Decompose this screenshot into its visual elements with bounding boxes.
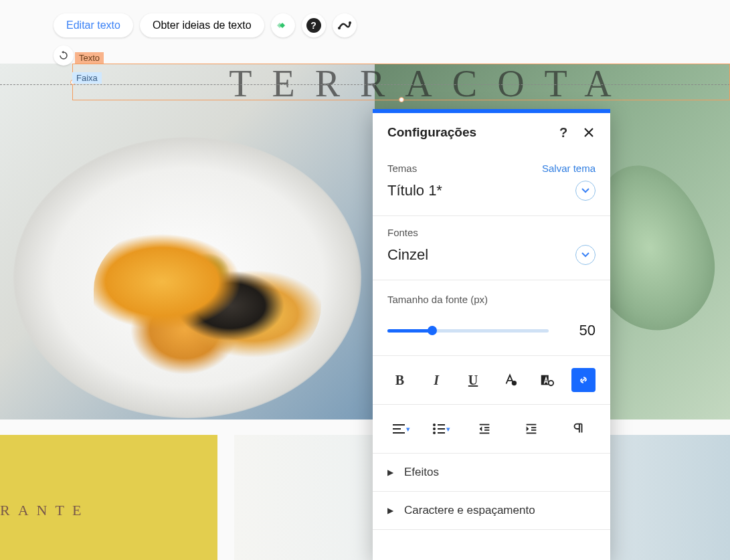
link-button[interactable] bbox=[571, 368, 596, 392]
animation-icon-button[interactable] bbox=[271, 13, 295, 37]
undo-button[interactable] bbox=[54, 45, 74, 66]
get-text-ideas-button[interactable]: Obter ideias de texto bbox=[140, 13, 264, 37]
link-icon bbox=[576, 373, 591, 387]
svg-point-0 bbox=[338, 27, 341, 29]
hero-image-left bbox=[0, 64, 375, 419]
rtl-icon bbox=[571, 422, 585, 436]
theme-value: Título 1* bbox=[387, 182, 442, 199]
themes-label: Temas bbox=[387, 163, 417, 174]
bottom-yellow-block: RANTE bbox=[0, 435, 217, 560]
char-spacing-accordion[interactable]: ▶ Caractere e espaçamento bbox=[373, 492, 610, 530]
save-theme-link[interactable]: Salvar tema bbox=[542, 163, 596, 174]
effects-label: Efeitos bbox=[404, 466, 439, 479]
undo-icon bbox=[58, 50, 69, 61]
char-spacing-label: Caractere e espaçamento bbox=[404, 504, 535, 517]
svg-point-1 bbox=[349, 21, 351, 24]
chevron-down-icon[interactable] bbox=[575, 245, 596, 265]
element-label-faixa[interactable]: Faixa bbox=[72, 72, 102, 84]
bullet-list-icon bbox=[433, 424, 445, 434]
svg-point-2 bbox=[512, 381, 517, 385]
text-edit-toolbar: Editar texto Obter ideias de texto ? bbox=[54, 13, 357, 37]
effects-accordion[interactable]: ▶ Efeitos bbox=[373, 454, 610, 492]
highlight-icon bbox=[539, 373, 554, 387]
chevron-down-icon[interactable] bbox=[575, 181, 596, 201]
svg-point-4 bbox=[548, 381, 553, 385]
text-selection-outline[interactable] bbox=[72, 64, 730, 100]
chevron-down-icon: ▾ bbox=[406, 425, 410, 434]
indent-icon bbox=[524, 422, 539, 436]
edit-text-button[interactable]: Editar texto bbox=[54, 13, 133, 37]
chevron-down-icon: ▾ bbox=[446, 425, 450, 434]
svg-point-8 bbox=[433, 424, 436, 426]
svg-point-10 bbox=[433, 428, 436, 430]
font-size-slider[interactable] bbox=[387, 329, 549, 333]
help-icon-button[interactable]: ? bbox=[302, 13, 326, 37]
theme-dropdown[interactable]: Título 1* bbox=[387, 181, 596, 201]
text-style-row: B I U bbox=[373, 356, 610, 405]
highlight-button[interactable] bbox=[535, 368, 559, 392]
align-left-icon bbox=[393, 424, 405, 434]
font-size-label: Tamanho da fonte (px) bbox=[387, 294, 488, 305]
font-size-section: Tamanho da fonte (px) 50 bbox=[373, 280, 610, 356]
themes-section: Temas Salvar tema Título 1* bbox=[373, 152, 610, 216]
chevron-right-icon: ▶ bbox=[387, 506, 393, 515]
outdent-icon bbox=[477, 422, 492, 436]
resize-handle-bottom[interactable] bbox=[399, 97, 404, 102]
element-label-texto[interactable]: Texto bbox=[75, 52, 104, 64]
question-icon: ? bbox=[306, 18, 321, 33]
text-direction-button[interactable] bbox=[566, 417, 590, 441]
slider-handle[interactable] bbox=[428, 326, 437, 335]
increase-indent-button[interactable] bbox=[519, 417, 543, 441]
fonts-section: Fontes Cinzel bbox=[373, 216, 610, 280]
align-button[interactable]: ▾ bbox=[393, 424, 410, 434]
diamonds-icon bbox=[276, 21, 290, 30]
decrease-indent-button[interactable] bbox=[472, 417, 496, 441]
panel-header: Configurações ? bbox=[373, 113, 610, 152]
text-color-button[interactable] bbox=[498, 368, 522, 392]
paragraph-row: ▾ ▾ bbox=[373, 405, 610, 454]
text-settings-panel: Configurações ? Temas Salvar tema Título… bbox=[373, 109, 610, 560]
underline-button[interactable]: U bbox=[461, 368, 485, 392]
text-color-icon bbox=[503, 373, 517, 387]
font-size-value[interactable]: 50 bbox=[569, 322, 596, 339]
close-icon[interactable] bbox=[582, 126, 596, 139]
fonts-label: Fontes bbox=[387, 227, 418, 238]
wave-icon bbox=[338, 20, 351, 31]
italic-button[interactable]: I bbox=[424, 368, 448, 392]
list-button[interactable]: ▾ bbox=[433, 424, 450, 434]
svg-point-12 bbox=[433, 432, 436, 434]
chevron-right-icon: ▶ bbox=[387, 468, 393, 477]
bold-button[interactable]: B bbox=[387, 368, 412, 392]
font-value: Cinzel bbox=[387, 246, 428, 264]
food-graphic bbox=[94, 217, 321, 378]
panel-help-icon[interactable]: ? bbox=[557, 126, 570, 139]
path-icon-button[interactable] bbox=[333, 13, 357, 37]
bottom-text-fragment: RANTE bbox=[0, 502, 217, 519]
slider-fill bbox=[387, 329, 432, 333]
font-dropdown[interactable]: Cinzel bbox=[387, 245, 596, 265]
panel-title: Configurações bbox=[387, 125, 476, 140]
